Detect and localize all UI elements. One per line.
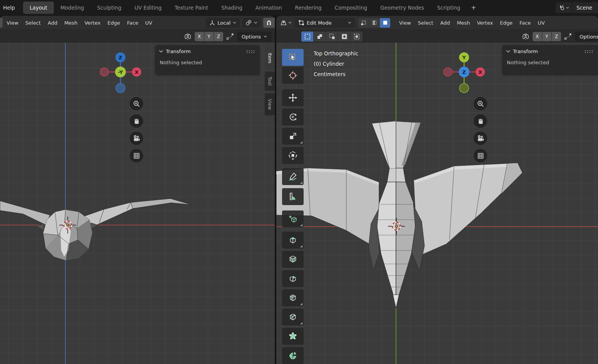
workspace-tab-shading[interactable]: Shading (215, 2, 249, 14)
tool-annotate-button[interactable] (282, 168, 304, 185)
viewport-info-overlay: Top Orthographic (0) Cylinder Centimeter… (314, 48, 358, 80)
menu-add[interactable]: Add (44, 20, 61, 26)
pan-button[interactable] (130, 114, 143, 128)
tool-select-box-button[interactable] (282, 49, 304, 66)
mirror-z-button[interactable]: Z (552, 32, 561, 41)
edge-select-mode-button[interactable] (369, 18, 379, 28)
select-op-subtract-button[interactable] (326, 32, 338, 42)
drag-handle-icon[interactable] (584, 50, 594, 53)
transform-panel-header[interactable]: Transform (502, 45, 598, 54)
options-dropdown[interactable]: Options (237, 32, 272, 42)
bevel-icon (288, 274, 297, 283)
mirror-icon[interactable] (184, 33, 192, 40)
toggle-orthographic-button[interactable] (130, 149, 143, 162)
mirror-y-button[interactable]: Y (204, 32, 214, 41)
select-intersect-icon (353, 33, 360, 40)
pivot-point-dropdown[interactable] (242, 18, 261, 28)
mirror-z-button[interactable]: Z (214, 32, 223, 41)
3d-viewport-left[interactable]: Transform Nothing selected Item Tool Vie… (0, 43, 275, 364)
workspace-tab-geometry-nodes[interactable]: Geometry Nodes (374, 2, 431, 14)
tool-knife-button[interactable] (282, 309, 304, 326)
3d-viewport-right[interactable]: Top Orthographic (0) Cylinder Centimeter… (276, 43, 598, 364)
tool-extrude-region-button[interactable] (282, 232, 304, 249)
menu-uv[interactable]: UV (142, 20, 155, 26)
viewport-editor-icon (280, 20, 287, 26)
tool-loop-cut-button[interactable] (282, 289, 304, 306)
toggle-orthographic-button[interactable] (474, 149, 487, 162)
menu-select[interactable]: Select (414, 20, 437, 26)
workspace-tab-uv-editing[interactable]: UV Editing (128, 2, 168, 14)
tool-measure-button[interactable] (282, 188, 304, 205)
proportional-editing-icon[interactable] (564, 33, 572, 40)
editor-type-dropdown[interactable] (280, 20, 292, 26)
sidebar-tab-tool[interactable]: Tool (265, 72, 275, 91)
mirror-x-button[interactable]: X (195, 32, 204, 41)
zoom-button[interactable] (130, 97, 143, 110)
menu-edge[interactable]: Edge (496, 20, 516, 26)
workspace-tab-compositing[interactable]: Compositing (328, 2, 374, 14)
menu-uv[interactable]: UV (534, 20, 548, 26)
tool-add-cube-button[interactable] (282, 210, 304, 227)
tool-cursor-button[interactable] (282, 67, 304, 84)
mirror-icon[interactable] (521, 33, 530, 40)
mesh-options-group: X Y Z Options (521, 32, 598, 42)
svg-text:-Y: -Y (118, 69, 123, 75)
sidebar-tab-view[interactable]: View (265, 93, 275, 115)
panel-message: Nothing selected (502, 54, 598, 65)
navigation-gizmo[interactable]: Z X -Y (99, 51, 142, 93)
add-workspace-button[interactable]: + (467, 2, 480, 14)
menu-face[interactable]: Face (516, 20, 534, 26)
menu-face[interactable]: Face (124, 20, 142, 26)
select-op-intersect-button[interactable] (351, 32, 362, 42)
camera-view-button[interactable] (474, 132, 487, 145)
topbar: Help Layout Modeling Sculpting UV Editin… (0, 0, 598, 15)
navigation-gizmo[interactable]: Y X Z (443, 51, 485, 93)
workspace-tab-rendering[interactable]: Rendering (289, 2, 328, 14)
menu-mesh[interactable]: Mesh (61, 20, 81, 26)
menu-vertex[interactable]: Vertex (473, 20, 496, 26)
tool-bevel-button[interactable] (282, 270, 304, 287)
workspace-tab-animation[interactable]: Animation (249, 2, 289, 14)
menu-view[interactable]: View (3, 20, 22, 26)
workspace-tab-texture-paint[interactable]: Texture Paint (168, 2, 215, 14)
zoom-button[interactable] (474, 97, 487, 110)
tool-poly-build-button[interactable] (282, 328, 304, 345)
snap-toggle[interactable] (263, 18, 275, 28)
mode-dropdown[interactable]: Edit Mode (295, 18, 355, 28)
menu-mesh[interactable]: Mesh (453, 20, 473, 26)
menu-help[interactable]: Help (3, 0, 15, 15)
options-dropdown[interactable]: Options (575, 32, 598, 42)
menu-edge[interactable]: Edge (104, 20, 124, 26)
mirror-y-button[interactable]: Y (542, 32, 551, 41)
menu-view[interactable]: View (396, 20, 414, 26)
select-op-extend-button[interactable] (314, 32, 326, 42)
transform-orientation-dropdown[interactable]: Local (206, 18, 240, 28)
workspace-tab-modeling[interactable]: Modeling (54, 2, 90, 14)
tool-inset-faces-button[interactable] (282, 251, 304, 268)
hand-icon (133, 118, 140, 125)
select-op-invert-button[interactable] (338, 32, 350, 42)
menu-vertex[interactable]: Vertex (81, 20, 104, 26)
chevron-down-icon (566, 7, 569, 9)
face-select-mode-button[interactable] (380, 18, 390, 28)
scene-selector[interactable]: Scene (556, 2, 598, 13)
transform-panel-header[interactable]: Transform (155, 45, 260, 54)
workspace-tab-scripting[interactable]: Scripting (431, 2, 467, 14)
tool-move-button[interactable] (282, 89, 304, 106)
workspace-tab-sculpting[interactable]: Sculpting (90, 2, 128, 14)
workspace-tab-layout[interactable]: Layout (23, 2, 54, 14)
menu-select[interactable]: Select (22, 20, 44, 26)
sidebar-tab-item[interactable]: Item (265, 46, 275, 70)
tool-spin-button[interactable] (282, 347, 304, 364)
proportional-editing-icon[interactable] (226, 33, 234, 40)
drag-handle-icon[interactable] (246, 50, 256, 53)
tool-scale-button[interactable] (282, 128, 304, 145)
select-op-new-button[interactable] (301, 32, 313, 42)
pan-button[interactable] (474, 114, 487, 128)
mirror-x-button[interactable]: X (533, 32, 542, 41)
tool-transform-button[interactable] (282, 147, 304, 164)
camera-view-button[interactable] (130, 132, 143, 145)
vertex-select-mode-button[interactable] (358, 18, 369, 28)
tool-rotate-button[interactable] (282, 109, 304, 125)
menu-add[interactable]: Add (437, 20, 453, 26)
